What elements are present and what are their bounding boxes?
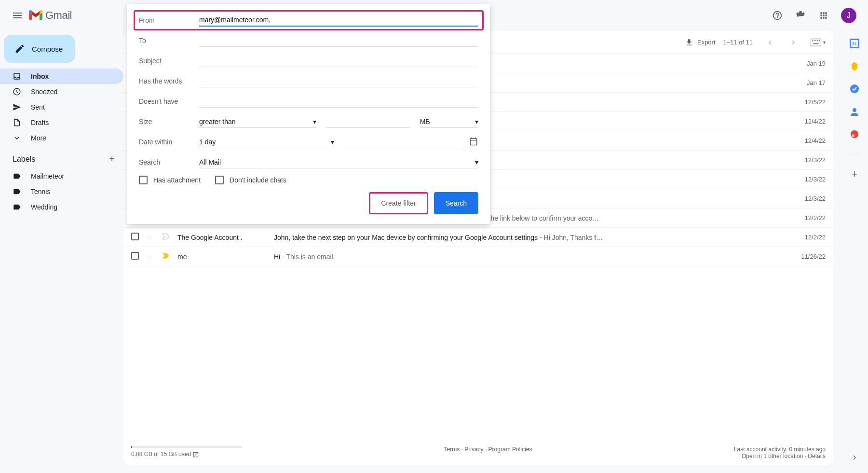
sidebar-item-sent[interactable]: Sent: [0, 99, 123, 115]
email-row[interactable]: ☆ me Hi - This is an email. 11/26/22: [123, 247, 833, 266]
add-label-button[interactable]: +: [109, 153, 115, 165]
filter-subject-label: Subject: [139, 57, 199, 65]
email-checkbox[interactable]: [131, 233, 141, 242]
svg-rect-6: [814, 43, 819, 44]
policies-link[interactable]: Program Policies: [488, 446, 532, 453]
svg-text:31: 31: [852, 42, 857, 46]
privacy-link[interactable]: Privacy: [464, 446, 483, 453]
label-item-mailmeteor[interactable]: Mailmeteor: [0, 168, 123, 184]
open-in-new-icon[interactable]: [192, 451, 199, 458]
location-text[interactable]: Open in 1 other location · Details: [734, 453, 826, 459]
calendar-app-icon[interactable]: 31: [850, 39, 859, 50]
gear-icon: [795, 10, 806, 21]
filter-date-label: Date within: [139, 138, 199, 146]
terms-link[interactable]: Terms: [444, 446, 460, 453]
settings-button[interactable]: [791, 6, 810, 25]
sidebar-item-snoozed[interactable]: Snoozed: [0, 84, 123, 99]
label-item-wedding[interactable]: Wedding: [0, 199, 123, 215]
filter-date-within-select[interactable]: 1 day▾: [199, 136, 334, 148]
gmail-logo-text: Gmail: [45, 9, 72, 22]
label-item-label: Tennis: [31, 188, 50, 195]
email-date: Jan 17: [787, 79, 826, 86]
svg-point-12: [851, 130, 858, 138]
importance-marker[interactable]: [162, 233, 172, 241]
keep-app-icon[interactable]: [850, 61, 859, 72]
footer: 0.08 GB of 15 GB used Terms · Privacy · …: [123, 440, 833, 465]
export-button[interactable]: Export: [685, 38, 716, 47]
email-subject: Hi - This is an email.: [274, 253, 787, 261]
pager-next-button[interactable]: [784, 33, 803, 52]
filter-from-input[interactable]: [199, 14, 478, 27]
input-tools-button[interactable]: ▾: [811, 39, 826, 46]
email-date: 12/2/22: [787, 234, 826, 241]
filter-nothave-input[interactable]: [199, 96, 478, 108]
filter-subject-input[interactable]: [199, 55, 478, 67]
contacts-app-icon[interactable]: [850, 107, 859, 118]
dropdown-icon: ▾: [475, 158, 478, 166]
compose-button[interactable]: Compose: [4, 35, 75, 63]
sidebar-item-label: Snoozed: [31, 88, 57, 96]
addon-app-icon[interactable]: [850, 129, 859, 140]
svg-rect-4: [817, 40, 818, 41]
sidebar-item-label: Inbox: [31, 72, 49, 80]
filter-size-value-input[interactable]: [326, 116, 410, 128]
email-date: 12/4/22: [787, 137, 826, 144]
sidebar-item-more[interactable]: More: [0, 130, 123, 146]
storage-text: 0.08 GB of 15 GB used: [131, 451, 242, 458]
email-checkbox[interactable]: [131, 252, 141, 261]
calendar-icon[interactable]: [469, 137, 478, 148]
filter-no-chats-checkbox[interactable]: Don't include chats: [215, 176, 286, 184]
compose-label: Compose: [32, 45, 63, 53]
svg-rect-3: [815, 40, 816, 41]
filter-date-input[interactable]: [344, 136, 465, 148]
clock-icon: [13, 87, 22, 96]
filter-search-scope-select[interactable]: All Mail▾: [199, 156, 478, 168]
filter-size-op-select[interactable]: greater than▾: [199, 116, 316, 128]
sidebar-item-label: Drafts: [31, 119, 49, 126]
filter-from-label: From: [139, 16, 199, 24]
filter-has-attachment-checkbox[interactable]: Has attachment: [139, 176, 201, 184]
svg-rect-0: [811, 39, 821, 46]
highlight-from-field: From: [134, 10, 484, 30]
svg-point-11: [853, 108, 856, 112]
email-date: Jan 19: [787, 60, 826, 67]
sidebar-item-label: More: [31, 134, 46, 142]
pager-text: 1–11 of 11: [723, 39, 753, 46]
search-filter-panel: From To Subject Has the words D: [127, 4, 490, 224]
email-row[interactable]: ☆ The Google Account . John, take the ne…: [123, 228, 833, 247]
get-addons-button[interactable]: +: [852, 168, 858, 181]
sidebar-item-inbox[interactable]: Inbox: [0, 69, 123, 84]
svg-point-13: [852, 134, 854, 137]
email-subject: John, take the next step on your Mac dev…: [274, 234, 787, 241]
filter-haswords-input[interactable]: [199, 75, 478, 87]
account-avatar[interactable]: J: [841, 8, 856, 23]
pager-prev-button[interactable]: [760, 33, 780, 52]
filter-size-label: Size: [139, 118, 199, 125]
chevron-left-icon: [766, 38, 774, 47]
header: Gmail From To: [0, 0, 868, 31]
chevron-right-icon: [789, 38, 798, 47]
star-button[interactable]: ☆: [147, 253, 156, 261]
dropdown-icon: ▾: [313, 118, 316, 125]
side-panel-toggle[interactable]: [850, 453, 859, 463]
labels-header: Labels +: [0, 146, 123, 168]
search-button[interactable]: Search: [434, 192, 478, 214]
importance-marker[interactable]: [162, 252, 172, 261]
email-sender: The Google Account .: [177, 234, 274, 241]
support-button[interactable]: [768, 6, 787, 25]
filter-to-input[interactable]: [199, 35, 478, 47]
main-menu-button[interactable]: [8, 6, 27, 25]
filter-haswords-label: Has the words: [139, 77, 199, 85]
create-filter-button[interactable]: Create filter: [371, 195, 425, 212]
apps-button[interactable]: [814, 6, 833, 25]
sidebar-item-drafts[interactable]: Drafts: [0, 115, 123, 130]
label-icon: [13, 187, 22, 196]
star-button[interactable]: ☆: [147, 234, 156, 241]
help-icon: [772, 10, 783, 21]
label-item-tennis[interactable]: Tennis: [0, 184, 123, 199]
filter-size-unit-select[interactable]: MB▾: [420, 116, 478, 128]
tasks-app-icon[interactable]: [850, 84, 859, 95]
gmail-logo[interactable]: Gmail: [29, 9, 72, 22]
svg-rect-2: [814, 40, 814, 41]
expand-icon: [13, 134, 22, 142]
